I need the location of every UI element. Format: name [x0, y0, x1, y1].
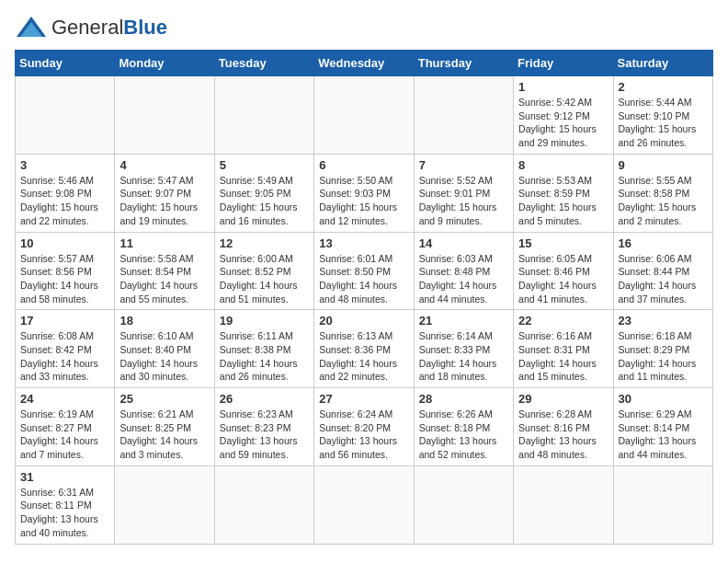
logo: GeneralBlue — [15, 15, 167, 40]
day-number: 13 — [319, 236, 408, 250]
day-info: Sunrise: 6:06 AM Sunset: 8:44 PM Dayligh… — [619, 252, 708, 306]
calendar-week-1: 1Sunrise: 5:42 AM Sunset: 9:12 PM Daylig… — [16, 76, 713, 155]
day-info: Sunrise: 6:21 AM Sunset: 8:25 PM Dayligh… — [119, 408, 209, 462]
calendar-cell: 29Sunrise: 6:28 AM Sunset: 8:16 PM Dayli… — [514, 388, 613, 466]
calendar-cell: 1Sunrise: 5:42 AM Sunset: 9:12 PM Daylig… — [514, 76, 613, 155]
calendar-header-row: SundayMondayTuesdayWednesdayThursdayFrid… — [16, 51, 713, 76]
day-info: Sunrise: 6:18 AM Sunset: 8:29 PM Dayligh… — [619, 329, 708, 384]
day-number: 5 — [220, 158, 309, 172]
calendar-cell — [314, 465, 414, 544]
calendar-cell — [414, 465, 513, 544]
calendar-cell: 14Sunrise: 6:03 AM Sunset: 8:48 PM Dayli… — [414, 232, 513, 310]
day-info: Sunrise: 6:00 AM Sunset: 8:52 PM Dayligh… — [220, 252, 309, 306]
weekday-header-monday: Monday — [115, 51, 214, 76]
calendar-cell: 11Sunrise: 5:58 AM Sunset: 8:54 PM Dayli… — [115, 232, 214, 310]
day-info: Sunrise: 6:31 AM Sunset: 8:11 PM Dayligh… — [20, 486, 109, 540]
calendar-week-3: 10Sunrise: 5:57 AM Sunset: 8:56 PM Dayli… — [16, 232, 713, 310]
day-info: Sunrise: 6:03 AM Sunset: 8:48 PM Dayligh… — [419, 252, 508, 306]
weekday-header-friday: Friday — [514, 51, 613, 76]
day-info: Sunrise: 6:28 AM Sunset: 8:16 PM Dayligh… — [518, 408, 608, 462]
day-number: 14 — [419, 236, 508, 250]
calendar-week-2: 3Sunrise: 5:46 AM Sunset: 9:08 PM Daylig… — [16, 154, 713, 232]
day-number: 12 — [220, 236, 309, 250]
calendar-cell: 25Sunrise: 6:21 AM Sunset: 8:25 PM Dayli… — [115, 388, 214, 466]
calendar-cell: 15Sunrise: 6:05 AM Sunset: 8:46 PM Dayli… — [514, 232, 613, 310]
day-number: 30 — [619, 392, 708, 406]
calendar-cell: 30Sunrise: 6:29 AM Sunset: 8:14 PM Dayli… — [613, 388, 712, 466]
day-number: 28 — [419, 392, 508, 406]
day-info: Sunrise: 5:42 AM Sunset: 9:12 PM Dayligh… — [518, 96, 608, 150]
calendar-cell — [214, 465, 313, 544]
calendar-cell: 5Sunrise: 5:49 AM Sunset: 9:05 PM Daylig… — [214, 154, 313, 232]
calendar-cell: 26Sunrise: 6:23 AM Sunset: 8:23 PM Dayli… — [214, 388, 313, 466]
day-number: 10 — [20, 236, 109, 250]
calendar-cell: 3Sunrise: 5:46 AM Sunset: 9:08 PM Daylig… — [16, 154, 115, 232]
day-number: 21 — [419, 314, 508, 327]
day-number: 23 — [619, 314, 708, 327]
day-info: Sunrise: 5:55 AM Sunset: 8:58 PM Dayligh… — [619, 174, 708, 228]
calendar-cell: 9Sunrise: 5:55 AM Sunset: 8:58 PM Daylig… — [613, 154, 712, 232]
calendar-cell: 16Sunrise: 6:06 AM Sunset: 8:44 PM Dayli… — [613, 232, 712, 310]
calendar-cell: 13Sunrise: 6:01 AM Sunset: 8:50 PM Dayli… — [314, 232, 414, 310]
day-info: Sunrise: 6:13 AM Sunset: 8:36 PM Dayligh… — [319, 329, 408, 384]
calendar-cell — [214, 76, 313, 155]
day-info: Sunrise: 6:10 AM Sunset: 8:40 PM Dayligh… — [119, 329, 209, 384]
day-info: Sunrise: 6:26 AM Sunset: 8:18 PM Dayligh… — [419, 408, 508, 462]
day-number: 31 — [20, 470, 109, 484]
calendar-week-5: 24Sunrise: 6:19 AM Sunset: 8:27 PM Dayli… — [16, 388, 713, 466]
weekday-header-tuesday: Tuesday — [214, 51, 313, 76]
calendar-cell: 28Sunrise: 6:26 AM Sunset: 8:18 PM Dayli… — [414, 388, 513, 466]
day-info: Sunrise: 6:01 AM Sunset: 8:50 PM Dayligh… — [319, 252, 408, 306]
page-header: GeneralBlue — [15, 15, 713, 40]
calendar-cell: 20Sunrise: 6:13 AM Sunset: 8:36 PM Dayli… — [314, 310, 414, 388]
calendar-table: SundayMondayTuesdayWednesdayThursdayFrid… — [15, 50, 713, 545]
day-number: 22 — [518, 314, 608, 327]
calendar-cell — [514, 465, 613, 544]
day-info: Sunrise: 5:52 AM Sunset: 9:01 PM Dayligh… — [419, 174, 508, 228]
calendar-cell: 24Sunrise: 6:19 AM Sunset: 8:27 PM Dayli… — [16, 388, 115, 466]
logo-text: GeneralBlue — [51, 16, 167, 40]
calendar-cell: 27Sunrise: 6:24 AM Sunset: 8:20 PM Dayli… — [314, 388, 414, 466]
weekday-header-sunday: Sunday — [16, 51, 115, 76]
day-info: Sunrise: 5:44 AM Sunset: 9:10 PM Dayligh… — [619, 96, 708, 150]
day-info: Sunrise: 5:49 AM Sunset: 9:05 PM Dayligh… — [220, 174, 309, 228]
day-number: 15 — [518, 236, 608, 250]
calendar-cell: 10Sunrise: 5:57 AM Sunset: 8:56 PM Dayli… — [16, 232, 115, 310]
calendar-cell — [314, 76, 414, 155]
calendar-cell: 8Sunrise: 5:53 AM Sunset: 8:59 PM Daylig… — [514, 154, 613, 232]
calendar-cell: 7Sunrise: 5:52 AM Sunset: 9:01 PM Daylig… — [414, 154, 513, 232]
day-number: 7 — [419, 158, 508, 172]
day-number: 27 — [319, 392, 408, 406]
calendar-cell: 17Sunrise: 6:08 AM Sunset: 8:42 PM Dayli… — [16, 310, 115, 388]
calendar-cell: 31Sunrise: 6:31 AM Sunset: 8:11 PM Dayli… — [16, 465, 115, 544]
day-info: Sunrise: 5:50 AM Sunset: 9:03 PM Dayligh… — [319, 174, 408, 228]
calendar-cell: 22Sunrise: 6:16 AM Sunset: 8:31 PM Dayli… — [514, 310, 613, 388]
calendar-cell — [613, 465, 712, 544]
weekday-header-saturday: Saturday — [613, 51, 712, 76]
day-number: 20 — [319, 314, 408, 327]
calendar-cell: 19Sunrise: 6:11 AM Sunset: 8:38 PM Dayli… — [214, 310, 313, 388]
logo-icon — [15, 15, 48, 40]
day-info: Sunrise: 5:47 AM Sunset: 9:07 PM Dayligh… — [119, 174, 209, 228]
day-number: 8 — [518, 158, 608, 172]
day-info: Sunrise: 5:46 AM Sunset: 9:08 PM Dayligh… — [20, 174, 109, 228]
calendar-cell: 23Sunrise: 6:18 AM Sunset: 8:29 PM Dayli… — [613, 310, 712, 388]
calendar-week-4: 17Sunrise: 6:08 AM Sunset: 8:42 PM Dayli… — [16, 310, 713, 388]
calendar-cell — [414, 76, 513, 155]
day-info: Sunrise: 5:57 AM Sunset: 8:56 PM Dayligh… — [20, 252, 109, 306]
day-number: 24 — [20, 392, 109, 406]
day-number: 6 — [319, 158, 408, 172]
day-info: Sunrise: 6:05 AM Sunset: 8:46 PM Dayligh… — [518, 252, 608, 306]
day-number: 26 — [220, 392, 309, 406]
calendar-cell — [115, 76, 214, 155]
day-info: Sunrise: 6:16 AM Sunset: 8:31 PM Dayligh… — [518, 329, 608, 384]
day-number: 29 — [518, 392, 608, 406]
weekday-header-wednesday: Wednesday — [314, 51, 414, 76]
calendar-cell: 12Sunrise: 6:00 AM Sunset: 8:52 PM Dayli… — [214, 232, 313, 310]
day-number: 3 — [20, 158, 109, 172]
day-number: 16 — [619, 236, 708, 250]
calendar-cell: 4Sunrise: 5:47 AM Sunset: 9:07 PM Daylig… — [115, 154, 214, 232]
day-info: Sunrise: 6:29 AM Sunset: 8:14 PM Dayligh… — [619, 408, 708, 462]
weekday-header-thursday: Thursday — [414, 51, 513, 76]
day-info: Sunrise: 6:11 AM Sunset: 8:38 PM Dayligh… — [220, 329, 309, 384]
